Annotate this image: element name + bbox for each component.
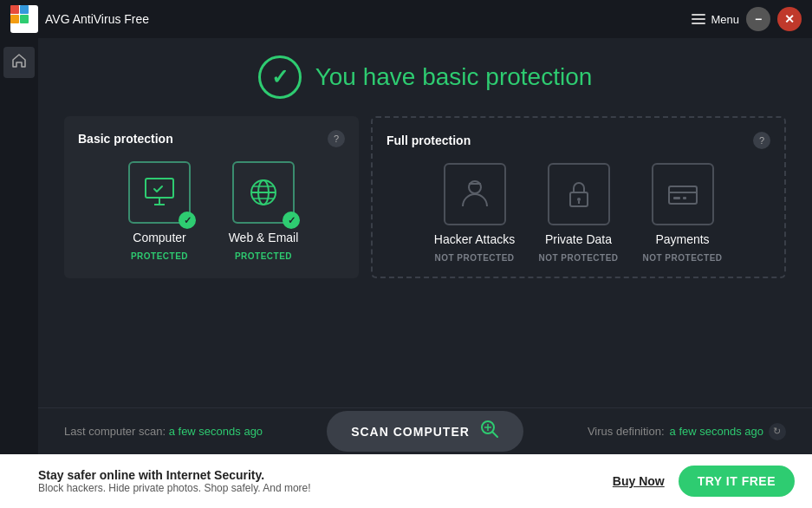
footer-banner: Stay safer online with Internet Security…: [0, 454, 812, 508]
virus-def-label: Virus definition:: [588, 425, 665, 438]
computer-icon: [140, 173, 179, 212]
footer-title: Stay safer online with Internet Security…: [38, 468, 311, 482]
hamburger-icon: [692, 14, 705, 24]
window-controls: Menu − ✕: [692, 7, 802, 31]
scan-computer-button[interactable]: SCAN COMPUTER: [327, 411, 523, 452]
payments-item[interactable]: Payments NOT PROTECTED: [640, 163, 726, 263]
basic-card-title: Basic protection: [78, 132, 173, 146]
computer-check-badge: ✓: [179, 212, 196, 229]
hacker-attacks-item[interactable]: Hacker Attacks NOT PROTECTED: [432, 163, 518, 263]
cards-container: Basic protection ? ✓ Computer: [64, 116, 786, 278]
computer-icon-wrapper: ✓: [128, 161, 191, 224]
basic-protection-items: ✓ Computer PROTECTED: [78, 161, 345, 261]
protection-title: You have basic protection: [315, 63, 593, 91]
hacker-attacks-icon: [456, 175, 494, 213]
svg-line-21: [492, 432, 497, 437]
last-scan-info: Last computer scan: a few seconds ago: [64, 425, 263, 438]
scan-bar: Last computer scan: a few seconds ago SC…: [38, 407, 812, 454]
app-name: AVG AntiVirus Free: [45, 12, 149, 26]
web-email-item-status: PROTECTED: [235, 251, 292, 261]
try-free-button[interactable]: TRY IT FREE: [679, 466, 795, 497]
full-protection-items: Hacker Attacks NOT PROTECTED Pri: [387, 163, 770, 263]
menu-button[interactable]: Menu: [692, 13, 739, 26]
basic-protection-card: Basic protection ? ✓ Computer: [64, 116, 359, 278]
svg-rect-19: [683, 197, 686, 199]
computer-item-name: Computer: [133, 231, 185, 244]
check-circle-icon: ✓: [258, 55, 302, 99]
home-button[interactable]: [3, 47, 35, 78]
svg-rect-4: [20, 15, 29, 23]
menu-label: Menu: [711, 13, 739, 26]
home-icon: [11, 53, 27, 72]
virus-def-time: a few seconds ago: [670, 425, 763, 438]
app-logo: AVG AntiVirus Free: [10, 5, 149, 33]
private-data-icon: [560, 175, 598, 213]
private-data-item-name: Private Data: [545, 232, 612, 246]
payments-item-name: Payments: [655, 232, 709, 246]
svg-rect-3: [10, 15, 19, 23]
full-help-badge[interactable]: ?: [753, 132, 770, 149]
hacker-attacks-icon-wrapper: [444, 163, 506, 225]
basic-help-badge[interactable]: ?: [328, 130, 345, 147]
full-card-header: Full protection ?: [387, 132, 770, 149]
web-email-icon-wrapper: ✓: [232, 161, 295, 224]
refresh-icon[interactable]: ↻: [769, 423, 786, 440]
footer-actions: Buy Now TRY IT FREE: [613, 466, 795, 497]
private-data-icon-wrapper: [548, 163, 610, 225]
computer-item-status: PROTECTED: [131, 251, 188, 261]
scan-icon: [480, 420, 499, 443]
main-content: ✓ You have basic protection Basic protec…: [38, 38, 812, 454]
sidebar: [0, 38, 38, 508]
title-bar: AVG AntiVirus Free Menu − ✕: [0, 0, 812, 38]
svg-point-14: [577, 198, 581, 201]
hacker-attacks-item-status: NOT PROTECTED: [434, 253, 514, 263]
close-button[interactable]: ✕: [777, 7, 802, 31]
protection-header: ✓ You have basic protection: [258, 55, 593, 99]
full-card-title: Full protection: [387, 134, 471, 147]
hacker-attacks-item-name: Hacker Attacks: [434, 232, 515, 246]
payments-icon: [664, 175, 702, 213]
footer-text-block: Stay safer online with Internet Security…: [38, 468, 311, 494]
web-email-protection-item[interactable]: ✓ Web & Email PROTECTED: [220, 161, 307, 261]
virus-definition-info: Virus definition: a few seconds ago ↻: [588, 423, 786, 440]
scan-button-label: SCAN COMPUTER: [351, 425, 470, 439]
svg-rect-18: [673, 197, 680, 199]
svg-rect-2: [20, 5, 29, 14]
svg-rect-1: [10, 5, 19, 14]
basic-card-header: Basic protection ?: [78, 130, 345, 147]
checkmark-icon: ✓: [271, 65, 289, 89]
web-email-item-name: Web & Email: [229, 231, 299, 244]
web-email-icon: [244, 173, 283, 212]
buy-now-link[interactable]: Buy Now: [613, 474, 665, 488]
svg-rect-16: [669, 186, 697, 204]
avg-logo-icon: [10, 5, 38, 33]
private-data-item-status: NOT PROTECTED: [538, 253, 618, 263]
payments-icon-wrapper: [652, 163, 714, 225]
computer-protection-item[interactable]: ✓ Computer PROTECTED: [116, 161, 203, 261]
web-email-check-badge: ✓: [283, 212, 300, 229]
private-data-item[interactable]: Private Data NOT PROTECTED: [536, 163, 622, 263]
full-protection-card: Full protection ? Hacker Atta: [371, 116, 786, 278]
payments-item-status: NOT PROTECTED: [642, 253, 722, 263]
minimize-button[interactable]: −: [746, 7, 770, 31]
last-scan-time: a few seconds ago: [169, 425, 263, 438]
footer-subtitle: Block hackers. Hide private photos. Shop…: [38, 482, 311, 494]
last-scan-label: Last computer scan:: [64, 425, 166, 438]
